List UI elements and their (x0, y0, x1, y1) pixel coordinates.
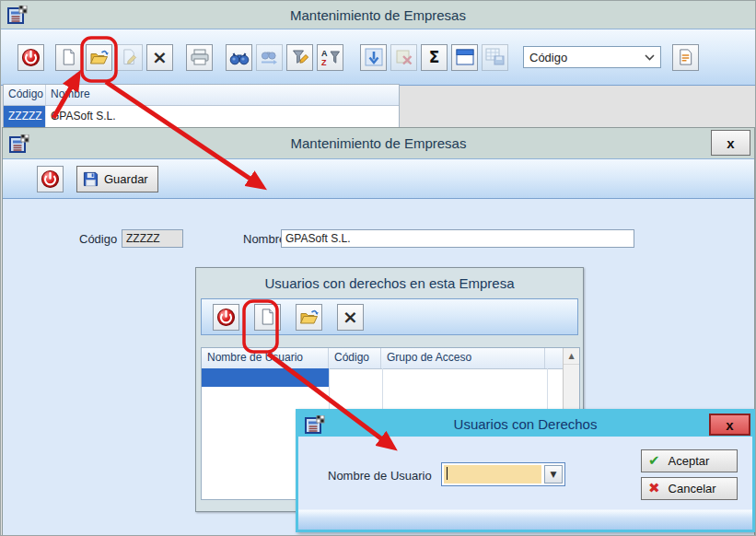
user-name-label: Nombre de Usuario (328, 469, 432, 483)
user-name-combo[interactable]: ▼ (441, 462, 565, 486)
selected-user-row[interactable] (202, 368, 329, 387)
svg-text:A: A (321, 49, 328, 58)
save-button-label: Guardar (104, 172, 148, 186)
cross-icon: ✖ (648, 482, 660, 495)
save-button[interactable]: Guardar (76, 166, 158, 192)
delete-user-button[interactable]: × (337, 304, 364, 331)
filter-button[interactable] (286, 44, 313, 71)
screen: Mantenimiento de Empresas (0, 0, 756, 536)
column-header-grupo-acceso[interactable]: Grupo de Acceso (381, 348, 545, 368)
column-header-nombre-usuario[interactable]: Nombre de Usuario (202, 348, 329, 368)
dialog-bottom-strip (298, 509, 752, 530)
edit-button[interactable] (116, 44, 143, 71)
companies-table-header: Código Nombre (4, 85, 399, 106)
delete-icon: × (343, 308, 358, 326)
exit-button[interactable] (213, 304, 239, 331)
save-grid-button[interactable] (482, 44, 508, 71)
cancel-button[interactable]: ✖ Cancelar (641, 477, 738, 500)
companies-table: Código Nombre ZZZZZ GPASoft S.L. (3, 84, 400, 128)
users-rights-dialog: Usuarios con Derechos x Nombre de Usuari… (296, 409, 755, 532)
close-button[interactable]: x (711, 130, 750, 156)
user-name-combo-field[interactable] (444, 465, 541, 484)
scroll-up-button[interactable]: ▲ (564, 348, 579, 365)
down-arrow-icon (365, 48, 383, 66)
window-icon (456, 49, 474, 65)
main-window-titlebar: Mantenimiento de Empresas (1, 1, 755, 29)
search-field-value: Código (529, 51, 567, 64)
codigo-field[interactable] (122, 229, 183, 248)
nombre-field[interactable] (281, 229, 634, 248)
column-header-codigo[interactable]: Código (4, 85, 46, 105)
script-icon (677, 48, 694, 66)
filter-pencil-icon (291, 48, 309, 66)
table-row[interactable]: ZZZZZ GPASoft S.L. (4, 106, 399, 127)
column-header-codigo[interactable]: Código (329, 348, 381, 368)
binoculars-arrow-icon (260, 50, 280, 65)
sort-filter-button[interactable]: A Z (317, 44, 343, 71)
find-next-button[interactable] (256, 44, 283, 71)
new-document-icon (259, 308, 276, 326)
power-icon (216, 308, 236, 327)
text-cursor (447, 467, 448, 480)
sigma-icon: Σ (429, 50, 440, 65)
export-button[interactable] (360, 44, 387, 71)
dialog-title: Usuarios con Derechos (298, 416, 752, 432)
edit-toolbar: Guardar (3, 158, 754, 199)
svg-text:Z: Z (321, 58, 327, 66)
new-user-button[interactable] (254, 304, 281, 331)
users-table-header: Nombre de Usuario Código Grupo de Acceso (202, 348, 579, 369)
users-panel-title: Usuarios con derechos en esta Empresa (196, 268, 583, 298)
sum-button[interactable]: Σ (421, 44, 448, 71)
column-header-nombre[interactable]: Nombre (46, 85, 399, 105)
sort-az-filter-icon: A Z (320, 48, 341, 66)
chevron-down-icon (645, 54, 655, 61)
open-button[interactable] (86, 44, 112, 71)
codigo-label: Código (79, 232, 117, 246)
grid-save-icon (485, 48, 506, 66)
open-folder-icon (88, 48, 110, 66)
edit-window-titlebar: Mantenimiento de Empresas x (3, 128, 754, 159)
delete-icon: × (152, 48, 168, 66)
accept-button[interactable]: ✔ Aceptar (641, 449, 738, 472)
dialog-close-button[interactable]: x (709, 414, 750, 436)
open-user-button[interactable] (296, 304, 322, 331)
exit-button[interactable] (37, 166, 64, 192)
binoculars-icon (229, 50, 250, 65)
exit-button[interactable] (17, 44, 44, 71)
main-toolbar: × (1, 29, 755, 86)
users-panel-toolbar: × (201, 298, 578, 335)
note-delete-icon (395, 48, 413, 66)
combo-dropdown-button[interactable]: ▼ (544, 465, 563, 484)
edit-document-icon (121, 48, 138, 66)
printer-icon (190, 48, 210, 66)
cell-codigo[interactable]: ZZZZZ (4, 106, 46, 127)
check-icon: ✔ (648, 454, 660, 468)
cancel-button-label: Cancelar (669, 482, 716, 495)
script-button[interactable] (672, 44, 699, 71)
cell-nombre[interactable]: GPASoft S.L. (46, 106, 399, 127)
accept-button-label: Aceptar (669, 454, 710, 468)
nombre-label: Nombre (243, 232, 285, 246)
main-window-title: Mantenimiento de Empresas (1, 7, 755, 23)
dialog-titlebar: Usuarios con Derechos x (298, 412, 752, 437)
new-document-icon (60, 48, 77, 66)
discard-note-button[interactable] (390, 44, 417, 71)
find-button[interactable] (226, 44, 252, 71)
power-icon (41, 169, 60, 189)
print-button[interactable] (186, 44, 213, 71)
floppy-disk-icon (83, 171, 99, 187)
new-button[interactable] (55, 44, 82, 71)
power-icon (21, 48, 41, 67)
delete-button[interactable]: × (146, 44, 173, 71)
edit-window-title: Mantenimiento de Empresas (3, 135, 754, 151)
search-field-selector[interactable]: Código (523, 46, 661, 68)
open-folder-icon (298, 308, 320, 326)
window-button[interactable] (451, 44, 478, 71)
